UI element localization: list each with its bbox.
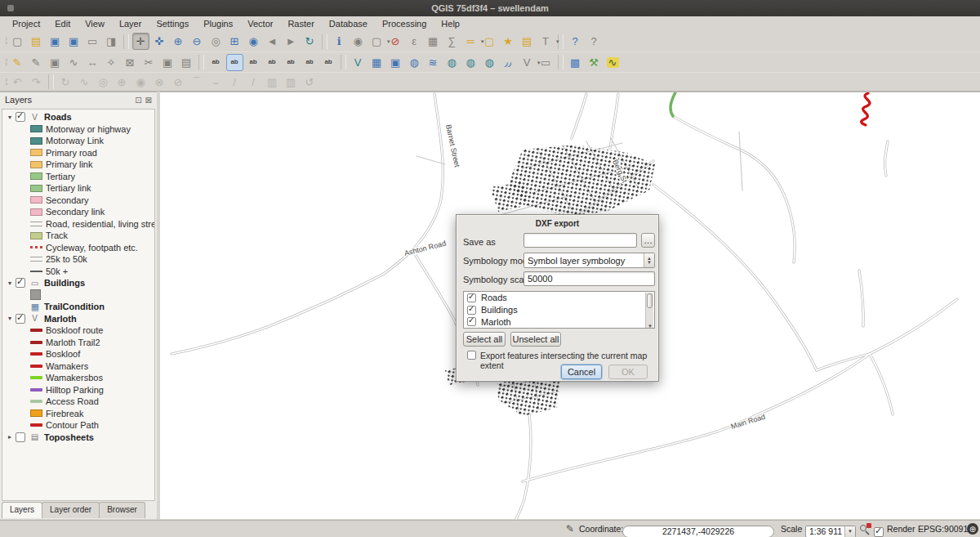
- dxf-export-dialog[interactable]: DXF export Save as … Symbology mode Symb…: [456, 214, 659, 382]
- copy-features[interactable]: ▣: [159, 54, 176, 71]
- layer-checkbox[interactable]: [16, 432, 25, 442]
- layer-item-primary-link[interactable]: Primary link: [2, 159, 154, 171]
- layer-item-trailcondition[interactable]: ▦TrailCondition: [2, 301, 154, 313]
- composer-manager[interactable]: ◨: [103, 33, 120, 50]
- new-project[interactable]: ▢: [9, 33, 26, 50]
- select-all-button[interactable]: Select all: [463, 332, 506, 347]
- layer-item-roads[interactable]: ▾✓VRoads: [2, 111, 154, 123]
- rotate-feature[interactable]: ↻: [57, 74, 74, 91]
- layer-item-primary-road[interactable]: Primary road: [2, 147, 154, 159]
- menu-help[interactable]: Help: [434, 17, 467, 30]
- layer-item-hilltop-parking[interactable]: Hilltop Parking: [2, 384, 154, 396]
- redo[interactable]: ↷: [28, 74, 45, 91]
- layer-item-toposheets[interactable]: ▸▤Toposheets: [2, 432, 154, 444]
- measure[interactable]: ═▾: [462, 33, 479, 50]
- refresh-map[interactable]: ↻: [301, 33, 318, 50]
- export-layer-checkbox[interactable]: ✓: [467, 306, 476, 315]
- delete-part[interactable]: ⊘: [170, 74, 187, 91]
- simplify-feature[interactable]: ∿: [76, 74, 93, 91]
- toolbar-handle[interactable]: ⁞⁞: [5, 58, 7, 67]
- label-toggle[interactable]: ab: [207, 54, 225, 71]
- layer-item-secondary-link[interactable]: Secondary link: [2, 206, 154, 218]
- help-contents[interactable]: ?: [567, 33, 584, 50]
- map-tips[interactable]: ▢: [481, 33, 498, 50]
- reshape-features[interactable]: ⌒: [189, 74, 206, 91]
- toggle-editing[interactable]: ✎: [28, 54, 45, 71]
- add-mssql-layer[interactable]: ≋: [425, 54, 442, 71]
- field-calculator[interactable]: ∑: [443, 33, 461, 50]
- extent-checkbox[interactable]: [467, 351, 476, 360]
- menu-edit[interactable]: Edit: [47, 17, 78, 30]
- new-print-composer[interactable]: ▭: [84, 33, 101, 50]
- split-parts[interactable]: /: [245, 74, 262, 91]
- expander-icon[interactable]: ▾: [6, 315, 14, 322]
- merge-features[interactable]: ▥: [264, 74, 281, 91]
- layer-item-access-road[interactable]: Access Road: [2, 396, 154, 408]
- browse-button[interactable]: …: [641, 233, 655, 248]
- panel-float-icon[interactable]: ⊡: [135, 96, 141, 105]
- processing-toolbox[interactable]: ▩: [567, 54, 584, 71]
- ok-button[interactable]: OK: [608, 365, 648, 379]
- expander-icon[interactable]: ▸: [6, 433, 14, 441]
- layer-checkbox[interactable]: ✓: [16, 314, 25, 324]
- pan-to-selection[interactable]: ✜: [151, 33, 168, 50]
- pan-map[interactable]: ✛: [132, 33, 149, 50]
- zoom-in[interactable]: ⊕: [170, 33, 187, 50]
- scrollbar-thumb[interactable]: [647, 293, 653, 308]
- zoom-full-extent[interactable]: ⊞: [226, 33, 243, 50]
- zoom-out[interactable]: ⊖: [189, 33, 206, 50]
- show-bookmarks[interactable]: ▤: [519, 33, 536, 50]
- expander-icon[interactable]: ▾: [6, 280, 14, 287]
- run-feature-action[interactable]: ◉: [350, 33, 367, 50]
- open-project[interactable]: ▤: [28, 33, 45, 50]
- undo[interactable]: ↶: [9, 74, 26, 91]
- export-layer-checkbox[interactable]: ✓: [467, 293, 476, 302]
- crs-status-icon[interactable]: ⊕: [967, 523, 978, 535]
- add-raster-layer[interactable]: ▦: [368, 54, 385, 71]
- layer-item-road-residential-living-street-etc[interactable]: Road, residential, living street, etc.: [2, 218, 154, 230]
- menu-processing[interactable]: Processing: [375, 17, 434, 30]
- add-ring[interactable]: ◎: [95, 74, 112, 91]
- toolbar-handle[interactable]: ⁞⁞: [5, 37, 7, 46]
- label-rotate[interactable]: ab: [301, 54, 318, 71]
- node-tool[interactable]: ✧: [103, 54, 120, 71]
- cancel-button[interactable]: Cancel: [561, 365, 602, 379]
- new-shapefile-layer[interactable]: V▾: [519, 54, 536, 71]
- delete-selected[interactable]: ⊠: [122, 54, 139, 71]
- menu-project[interactable]: Project: [5, 17, 47, 30]
- label-highlight[interactable]: ab: [226, 54, 243, 71]
- menu-vector[interactable]: Vector: [240, 17, 280, 30]
- paste-features[interactable]: ▤: [178, 54, 195, 71]
- layer-checkbox[interactable]: ✓: [16, 112, 25, 122]
- label-show-hide[interactable]: ab: [264, 54, 281, 71]
- layer-item-contour-path[interactable]: Contour Path: [2, 419, 154, 432]
- zoom-native[interactable]: ◎: [207, 33, 225, 50]
- scale-combo[interactable]: 1:36 911 ▼: [805, 526, 856, 537]
- add-spatialite-layer[interactable]: ◍: [406, 54, 423, 71]
- export-layer-checkbox[interactable]: ✓: [467, 317, 476, 326]
- scroll-down-icon[interactable]: ▼: [648, 324, 653, 329]
- delete-ring[interactable]: ⊗: [151, 74, 168, 91]
- panel-tab-browser[interactable]: Browser: [99, 502, 145, 518]
- layer-item-cycleway-footpath-etc[interactable]: Cycleway, footpath etc.: [2, 242, 154, 254]
- magnifier-lock-icon[interactable]: [858, 522, 871, 535]
- python-console[interactable]: ∿: [604, 54, 621, 71]
- layer-item-marloth[interactable]: ▾✓VMarloth: [2, 313, 154, 325]
- cut-features[interactable]: ✂: [140, 54, 158, 71]
- merge-attributes[interactable]: ▥: [283, 74, 300, 91]
- menu-raster[interactable]: Raster: [280, 17, 321, 30]
- dropdown-arrow-icon[interactable]: ▾: [556, 38, 559, 45]
- add-vector-layer[interactable]: V: [350, 54, 367, 71]
- export-layer-row-roads[interactable]: ✓Roads: [464, 292, 654, 304]
- menu-layer[interactable]: Layer: [112, 17, 149, 30]
- toolbar-handle[interactable]: ⁞⁞: [5, 78, 7, 87]
- layer-item-50k[interactable]: 50k +: [2, 266, 154, 278]
- layer-item-swatch[interactable]: [2, 289, 154, 302]
- add-wcs-layer[interactable]: ◍: [462, 54, 479, 71]
- layer-item-wamakersbos[interactable]: Wamakersbos: [2, 372, 154, 384]
- panel-tab-layer-order[interactable]: Layer order: [42, 502, 100, 518]
- render-checkbox[interactable]: ✓: [874, 527, 884, 537]
- zoom-next[interactable]: ►: [283, 33, 300, 50]
- deselect-features[interactable]: ⊘: [387, 33, 404, 50]
- layer-item-boskloof-route[interactable]: Boskloof route: [2, 324, 154, 337]
